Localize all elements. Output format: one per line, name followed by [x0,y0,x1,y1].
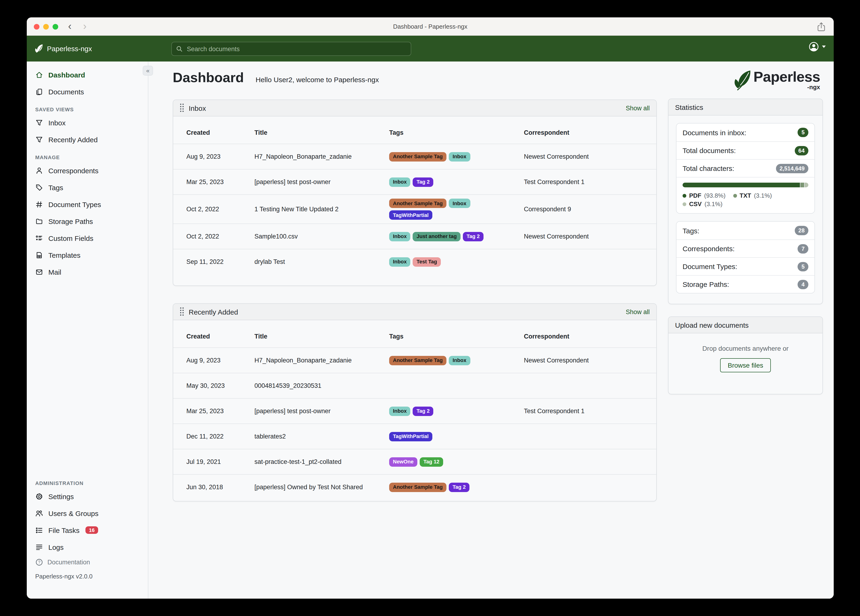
upload-dropzone[interactable]: Drop documents anywhere or Browse files [669,333,822,380]
correspondent-cell[interactable]: Test Correspondent 1 [524,407,647,415]
sidebar-item-correspondents[interactable]: Correspondents [27,162,148,179]
title-cell[interactable]: H7_Napoleon_Bonaparte_zadanie [254,357,389,364]
sidebar-collapse-button[interactable]: « [143,66,153,75]
tag-pill[interactable]: Test Tag [413,257,441,266]
title-cell[interactable]: [paperless] test post-owner [254,407,389,415]
sidebar-item-documents[interactable]: Documents [27,83,148,100]
title-cell[interactable]: H7_Napoleon_Bonaparte_zadanie [254,153,389,160]
sidebar-item-recently-added[interactable]: Recently Added [27,131,148,148]
title-cell[interactable]: Sample100.csv [254,233,389,240]
tag-pill[interactable]: Inbox [389,232,411,241]
legend-name: PDF [689,192,701,199]
card-header: InboxShow all [173,100,656,116]
sidebar-item-tags[interactable]: Tags [27,179,148,196]
sidebar-item-file-tasks[interactable]: File Tasks16 [27,522,148,539]
stat-value-badge: 5 [798,128,808,137]
sidebar-item-storage-paths[interactable]: Storage Paths [27,213,148,229]
tag-pill[interactable]: TagWithPartial [389,211,432,220]
sidebar-item-label: Mail [49,268,61,276]
tag-pill[interactable]: TagWithPartial [389,432,432,441]
tag-pill[interactable]: NewOne [389,457,417,467]
title-cell[interactable]: tablerates2 [254,433,389,440]
logo-suffix: -ngx [807,83,820,91]
title-cell[interactable]: [paperless] test post-owner [254,178,389,185]
tag-pill[interactable]: Another Sample Tag [389,199,446,208]
tag-pill[interactable]: Another Sample Tag [389,482,446,492]
sidebar-item-mail[interactable]: Mail [27,263,148,280]
table-row: Aug 9, 2023H7_Napoleon_Bonaparte_zadanie… [173,347,656,373]
drag-handle-icon[interactable] [180,307,184,316]
column-header: Title [254,129,389,136]
table-row: May 30, 20230004814539_20230531 [173,373,656,398]
correspondent-cell[interactable]: Correspondent 9 [524,206,647,213]
tag-pill[interactable]: Inbox [389,406,411,416]
tag-pill[interactable]: Inbox [449,356,470,365]
sidebar-section-title: ADMINISTRATION [27,474,148,488]
stat-value-badge: 4 [798,280,808,289]
tag-pill[interactable]: Tag 2 [413,177,433,187]
card-title: Inbox [189,104,206,112]
sidebar-item-custom-fields[interactable]: Custom Fields [27,229,148,247]
drag-handle-icon[interactable] [180,103,184,113]
tags-cell: Another Sample TagTag 2 [389,479,524,496]
sidebar-item-users-groups[interactable]: Users & Groups [27,505,148,522]
title-cell[interactable]: 0004814539_20230531 [254,382,389,389]
title-cell[interactable]: [paperless] Owned by Test Not Shared [254,484,389,491]
correspondent-cell[interactable]: Newest Correspondent [524,153,647,160]
statistics-title: Statistics [675,103,703,111]
tasks-icon [35,526,43,534]
sidebar-item-logs[interactable]: Logs [27,539,148,555]
sidebar-item-document-types[interactable]: Document Types [27,196,148,213]
file-type-bar [683,183,808,187]
page-title: Dashboard [173,70,244,85]
user-menu[interactable] [809,42,826,52]
sidebar-item-label: Recently Added [49,135,98,143]
sidebar-item-templates[interactable]: Templates [27,247,148,263]
created-cell: May 30, 2023 [186,382,254,389]
stat-value-badge: 7 [798,244,808,253]
tag-pill[interactable]: Tag 12 [420,457,443,467]
tag-pill[interactable]: Inbox [389,177,411,187]
created-cell: Mar 25, 2023 [186,407,254,415]
sidebar-item-inbox[interactable]: Inbox [27,114,148,131]
tag-pill[interactable]: Another Sample Tag [389,356,446,365]
tags-cell [389,382,524,390]
documentation-link[interactable]: ? Documentation [35,555,140,569]
title-cell[interactable]: sat-practice-test-1_pt2-collated [254,458,389,465]
tag-pill[interactable]: Another Sample Tag [389,152,446,161]
tags-cell: TagWithPartial [389,428,524,445]
tag-pill[interactable]: Tag 2 [413,406,433,416]
sidebar-section-title: SAVED VIEWS [27,100,148,114]
sidebar-item-dashboard[interactable]: Dashboard [27,66,148,83]
search-input[interactable] [186,45,406,53]
tags-cell: InboxTag 2 [389,402,524,420]
correspondent-cell[interactable]: Newest Correspondent [524,357,647,364]
person-icon [35,167,43,174]
upload-card: Upload new documents Drop documents anyw… [668,316,823,394]
tag-pill[interactable]: Just another tag [413,232,460,241]
created-cell: Oct 2, 2022 [186,233,254,240]
brand[interactable]: Paperless-ngx [27,43,92,54]
created-cell: Mar 25, 2023 [186,178,254,185]
mail-icon [35,268,43,276]
legend-item: PDF(93.8%) [683,192,725,199]
show-all-link[interactable]: Show all [626,308,650,315]
title-cell[interactable]: drylab Test [254,258,389,265]
title-cell[interactable]: 1 Testing New Title Updated 2 [254,206,389,213]
tag-pill[interactable]: Inbox [449,199,470,208]
tag-pill[interactable]: Inbox [449,152,470,161]
filter-icon [35,119,43,127]
correspondent-cell[interactable]: Newest Correspondent [524,233,647,240]
share-icon[interactable] [817,22,825,33]
bar-segment-pdf [683,183,800,187]
sidebar-item-settings[interactable]: Settings [27,488,148,505]
browse-files-button[interactable]: Browse files [720,358,771,372]
correspondent-cell[interactable]: Test Correspondent 1 [524,178,647,185]
tag-pill[interactable]: Tag 2 [449,482,469,492]
filter-icon [35,135,43,143]
tag-pill[interactable]: Inbox [389,257,411,266]
show-all-link[interactable]: Show all [626,104,650,112]
created-cell: Jul 19, 2021 [186,458,254,465]
tag-pill[interactable]: Tag 2 [463,232,483,241]
legend-pct: (3.1%) [705,201,722,207]
